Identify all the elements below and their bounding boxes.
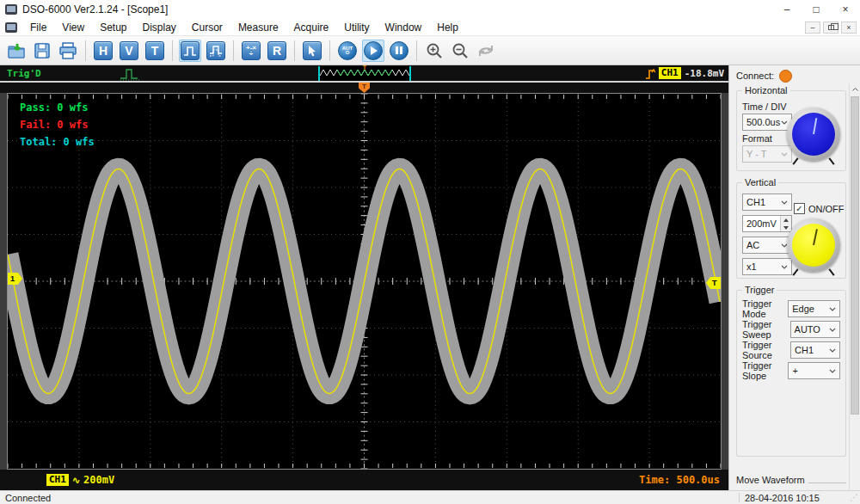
chevron-down-icon — [829, 348, 836, 353]
open-folder-icon — [7, 41, 26, 60]
trigger-panel-button[interactable]: T — [144, 40, 166, 62]
restore-icon — [828, 25, 834, 30]
toolbar: H V T +-×÷ R AUTO — [0, 36, 860, 65]
menu-item-measure[interactable]: Measure — [230, 19, 286, 35]
waveform-preview[interactable]: T — [318, 66, 411, 81]
pause-button[interactable] — [388, 40, 410, 62]
channel-select[interactable]: CH1 — [742, 194, 792, 211]
menu-item-file[interactable]: File — [22, 19, 54, 35]
trigger-sweep-select[interactable]: AUTO — [790, 321, 840, 338]
self-calibration-button[interactable] — [475, 40, 497, 62]
trigger-mode-select[interactable]: Edge — [788, 300, 840, 317]
time-div-select[interactable]: 500.0us — [742, 114, 792, 131]
resize-grip[interactable]: ⋰ — [850, 494, 860, 502]
save-button[interactable] — [31, 40, 53, 62]
vertical-group-title: Vertical — [742, 177, 778, 187]
probe-select[interactable]: x1 — [742, 258, 792, 275]
vertical-group: Vertical CH1 ✓ ON/OFF 200mV — [736, 177, 846, 279]
menu-item-cursor[interactable]: Cursor — [184, 19, 230, 35]
chevron-down-icon — [781, 265, 788, 269]
trigger-source-badge: CH1 — [659, 67, 681, 79]
menu-item-help[interactable]: Help — [429, 19, 466, 35]
pulse-mask-icon — [209, 45, 223, 57]
knob-pointer — [813, 118, 817, 134]
trigger-sweep-label: Trigger Sweep — [742, 319, 790, 340]
pass-count-label: Pass: 0 wfs — [20, 99, 95, 116]
horizontal-panel-button[interactable]: H — [92, 40, 114, 62]
zoom-in-icon — [426, 42, 443, 59]
scope-widget: Trig'D T CH1 — [0, 65, 728, 490]
print-button[interactable] — [57, 40, 79, 62]
child-restore-button[interactable] — [823, 22, 838, 34]
connect-label: Connect: — [736, 71, 774, 81]
scroll-up-button[interactable] — [850, 83, 860, 95]
trigger-mode-label: Trigger Mode — [742, 298, 788, 319]
volts-div-spinner[interactable]: 200mV — [742, 215, 792, 232]
control-panel: Connect: Horizontal Time / DIV 500.0us F… — [728, 65, 860, 490]
toolbar-separator — [416, 40, 417, 61]
zoom-out-button[interactable] — [449, 40, 471, 62]
horizontal-knob[interactable] — [787, 108, 840, 161]
maximize-button[interactable]: □ — [802, 0, 831, 19]
refresh-cycle-icon — [476, 42, 495, 59]
trigger-slope-icon — [645, 67, 655, 80]
toolbar-separator — [294, 40, 295, 61]
arrow-up-icon — [852, 88, 858, 91]
pause-icon — [396, 46, 402, 54]
spin-up-button[interactable] — [781, 216, 791, 224]
child-close-button[interactable]: × — [841, 22, 857, 34]
minimize-button[interactable]: – — [772, 0, 802, 19]
window-title: DSO-6000 Ver2.1.24 - [Scope1] — [22, 3, 168, 15]
knob-tick — [792, 268, 798, 275]
vertical-panel-button[interactable]: V — [118, 40, 140, 62]
horizontal-group: Horizontal Time / DIV 500.0us Format Y -… — [736, 85, 846, 171]
run-button[interactable] — [362, 40, 384, 62]
waveform-plot — [8, 94, 721, 469]
menu-item-display[interactable]: Display — [135, 19, 184, 35]
trigger-source-select[interactable]: CH1 — [790, 341, 840, 359]
mask-button[interactable] — [205, 40, 227, 62]
knob-pointer — [813, 229, 818, 245]
ac-coupling-icon: ∿ — [72, 475, 80, 486]
zoom-out-icon — [452, 42, 469, 59]
cursor-tool-button[interactable] — [301, 40, 323, 62]
auto-set-button[interactable]: AUTO — [336, 40, 359, 62]
pass-fail-button[interactable] — [179, 40, 201, 62]
timebase-value: Time: 500.0us — [639, 474, 720, 486]
panel-scrollbar[interactable] — [849, 83, 860, 490]
math-button[interactable]: +-×÷ — [240, 40, 262, 62]
menu-item-setup[interactable]: Setup — [92, 19, 134, 35]
menu-item-utility[interactable]: Utility — [336, 19, 377, 35]
spin-down-button[interactable] — [781, 224, 791, 231]
trigger-slope-select[interactable]: + — [788, 362, 840, 379]
play-icon — [371, 46, 378, 55]
app-icon — [5, 4, 17, 15]
preview-trigger-marker: T — [363, 65, 366, 71]
horizontal-group-title: Horizontal — [742, 85, 790, 95]
vertical-knob[interactable] — [787, 218, 840, 272]
close-button[interactable]: × — [831, 0, 860, 19]
onoff-checkbox[interactable]: ✓ — [794, 203, 805, 214]
child-minimize-button[interactable]: – — [805, 22, 820, 34]
trigger-position-marker[interactable]: T — [359, 83, 370, 93]
scope-document-icon — [5, 22, 17, 33]
trigger-source-label: Trigger Source — [742, 340, 790, 360]
menu-item-acquire[interactable]: Acquire — [286, 19, 337, 35]
scrollbar-thumb[interactable] — [851, 96, 859, 415]
reference-button[interactable]: R — [266, 40, 288, 62]
menu-item-window[interactable]: Window — [378, 19, 430, 35]
connect-status-icon — [779, 70, 792, 83]
trigger-group: Trigger Trigger Mode Edge Trigger Sweep … — [736, 285, 846, 457]
coupling-select[interactable]: AC — [742, 237, 792, 254]
toolbar-separator — [172, 40, 173, 61]
preview-zig-green — [337, 70, 392, 76]
trigger-level-value: -18.8mV — [685, 68, 724, 79]
chevron-down-icon — [781, 152, 788, 157]
menu-bar: File View Setup Display Cursor Measure A… — [0, 19, 860, 36]
zoom-in-button[interactable] — [423, 40, 445, 62]
chevron-down-icon — [829, 369, 836, 373]
format-select[interactable]: Y - T — [742, 145, 792, 163]
scope-display[interactable]: Pass: 0 wfs Fail: 0 wfs Total: 0 wfs 1 T — [7, 93, 722, 470]
open-button[interactable] — [5, 40, 28, 62]
menu-item-view[interactable]: View — [54, 19, 92, 35]
